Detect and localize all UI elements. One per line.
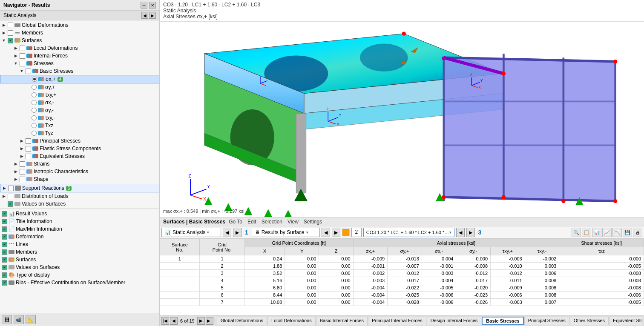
checkbox-values-on-surfaces2[interactable]: ✓ (2, 265, 7, 270)
nav-prev-btn[interactable]: ◀ (170, 317, 178, 325)
checkbox-surfaces2[interactable]: ✓ (2, 257, 7, 263)
surface-next-btn[interactable]: ▶ (332, 228, 340, 237)
tab-global-deformations[interactable]: Global Deformations (217, 317, 267, 325)
tree-item-support-reactions[interactable]: ▶ Support Reactions 5 (0, 184, 159, 192)
checkbox-stresses[interactable] (20, 61, 25, 66)
checkbox-strains[interactable] (20, 161, 25, 167)
tree-item-ribs[interactable]: ✓ Ribs - Effective Contribution on Surfa… (0, 279, 159, 286)
tab-local-deformations[interactable]: Local Deformations (267, 317, 316, 325)
radio-tyz[interactable] (32, 131, 37, 136)
tab-basic-stresses[interactable]: Basic Stresses (482, 317, 523, 325)
radio-txz[interactable] (32, 123, 37, 128)
tree-item-shape[interactable]: ▶ Shape (0, 175, 159, 183)
checkbox-shape[interactable] (20, 177, 25, 182)
radio-sigma-x-plus[interactable] (32, 77, 37, 82)
tree-item-values-on-surfaces[interactable]: ✓ Values on Surfaces (0, 200, 159, 208)
tree-item-surfaces2[interactable]: ✓ Surfaces (0, 256, 159, 263)
tab-basic-internal-forces[interactable]: Basic Internal Forces (316, 317, 368, 325)
combo-prev-btn[interactable]: ◀ (456, 228, 465, 237)
checkbox-deformation[interactable]: ✓ (2, 234, 7, 240)
menu-view[interactable]: View (288, 219, 299, 225)
minimize-button[interactable]: ─ (141, 2, 147, 9)
tree-item-strains[interactable]: ▶ Strains (0, 160, 159, 168)
tree-item-tau-xy-plus[interactable]: τxy,+ (0, 91, 159, 99)
checkbox-internal-forces[interactable] (20, 53, 25, 59)
tree-item-tau-xy-minus[interactable]: τxy,- (0, 114, 159, 122)
tree-item-maxmin-info[interactable]: ✓ 📄 Max/Min Information (0, 225, 159, 233)
tree-item-sigma-y-minus[interactable]: σy,- (0, 106, 159, 114)
sa-prev-button[interactable]: ◀ (141, 12, 148, 19)
checkbox-isotropic[interactable] (20, 169, 25, 174)
checkbox-principal-stresses[interactable] (26, 138, 31, 144)
analysis-next-btn[interactable]: ▶ (233, 228, 242, 237)
tree-item-surfaces[interactable]: ▼ ✓ Surfaces (0, 37, 159, 44)
menu-goto[interactable]: Go To (229, 219, 242, 225)
tab-principal-stresses[interactable]: Principal Stresses (524, 317, 569, 325)
tree-item-equivalent-stresses[interactable]: ▶ Equivalent Stresses (0, 152, 159, 160)
tree-item-type-of-display[interactable]: ✓ 🎨 Type of display (0, 271, 159, 279)
tab-principal-internal-forces[interactable]: Principal Internal Forces (368, 317, 426, 325)
tree-item-title-info[interactable]: ✓ 📄 Title Information (0, 217, 159, 225)
tool-icon-6[interactable]: 💾 (623, 228, 632, 237)
surface-prev-btn[interactable]: ◀ (322, 228, 330, 237)
tab-other-stresses[interactable]: Other Stresses (570, 317, 609, 325)
bottom-btn-1[interactable]: 🖼 (2, 315, 12, 324)
expand-icon[interactable]: ▶ (13, 53, 19, 59)
tool-icon-3[interactable]: 📊 (592, 228, 601, 237)
checkbox-ribs[interactable]: ✓ (2, 280, 7, 286)
tool-icon-7[interactable]: 🖨 (633, 228, 642, 237)
tree-item-sigma-x-minus[interactable]: σx,- (0, 99, 159, 106)
combo-dropdown[interactable]: CO3 1.20 * LC1 + 1.60 * LC2 + 1.60 * … ▾ (363, 228, 454, 237)
radio-tau-xy-plus[interactable] (32, 92, 37, 97)
checkbox-members[interactable] (8, 30, 13, 36)
expand-icon[interactable]: ▶ (1, 193, 7, 199)
results-by-surface-dropdown[interactable]: 🖥 Results by Surface ▾ (252, 228, 320, 237)
checkbox-local-def[interactable] (20, 46, 25, 51)
checkbox-result-values[interactable]: ✓ (2, 211, 7, 217)
expand-basic-stresses-icon[interactable]: ▼ (19, 68, 25, 74)
checkbox-maxmin-info[interactable]: ✓ (2, 226, 7, 232)
bottom-btn-3[interactable]: 📐 (26, 315, 36, 324)
menu-selection[interactable]: Selection (262, 219, 282, 225)
checkbox-basic-stresses[interactable] (26, 69, 31, 74)
tab-equivalent-stresses---von-mises[interactable]: Equivalent Stresses - von Mises (609, 317, 642, 325)
checkbox-elastic-stress[interactable] (26, 146, 31, 152)
tree-item-isotropic[interactable]: ▶ Isotropic Characteristics (0, 168, 159, 175)
expand-icon[interactable]: ▶ (13, 176, 19, 182)
tree-item-tyz[interactable]: Tyz (0, 129, 159, 137)
tree-item-distribution-of-loads[interactable]: ▶ Distribution of Loads (0, 192, 159, 200)
nav-first-btn[interactable]: |◀ (161, 317, 169, 325)
expand-icon[interactable]: ▶ (19, 146, 25, 152)
tree-item-members2[interactable]: ✓ Members (0, 248, 159, 256)
checkbox-type-of-display[interactable]: ✓ (2, 272, 7, 278)
tree-item-internal-forces[interactable]: ▶ Internal Forces (0, 52, 159, 60)
tool-icon-1[interactable]: 🔍 (572, 228, 581, 237)
tree-item-sigma-y-plus[interactable]: σy,+ (0, 83, 159, 91)
close-panel-button[interactable]: ✕ (149, 2, 156, 9)
nav-next-btn[interactable]: ▶ (197, 317, 205, 325)
expand-icon[interactable]: ▶ (13, 161, 19, 167)
expand-icon[interactable]: ▶ (13, 45, 19, 51)
tree-item-global-deformations[interactable]: ▶ Global Deformations (0, 21, 159, 29)
checkbox-distribution-of-loads[interactable] (8, 194, 13, 199)
tree-item-basic-stresses[interactable]: ▼ Basic Stresses (0, 67, 159, 75)
menu-edit[interactable]: Edit (247, 219, 256, 225)
checkbox-members2[interactable]: ✓ (2, 249, 7, 255)
expand-icon[interactable] (1, 201, 7, 207)
expand-icon[interactable]: ▶ (1, 22, 7, 28)
combo-next-btn[interactable]: ▶ (466, 228, 475, 237)
tree-item-members[interactable]: ▶ Members (0, 29, 159, 37)
checkbox-support-reactions[interactable] (8, 186, 14, 191)
radio-sigma-y-plus[interactable] (32, 85, 37, 90)
expand-icon[interactable]: ▶ (13, 169, 19, 174)
tree-item-principal-stresses[interactable]: ▶ Principal Stresses (0, 137, 159, 145)
checkbox-equivalent-stresses[interactable] (26, 154, 31, 159)
tree-item-lines[interactable]: ✓ 〰 Lines (0, 240, 159, 248)
tree-item-values-on-surfaces2[interactable]: ✓ Values on Surfaces (0, 263, 159, 271)
tab-design-internal-forces[interactable]: Design Internal Forces (427, 317, 482, 325)
analysis-prev-btn[interactable]: ◀ (223, 228, 231, 237)
tree-item-local-deformations[interactable]: ▶ Local Deformations (0, 44, 159, 52)
checkbox-surfaces[interactable]: ✓ (8, 38, 13, 43)
tree-item-sigma-x-plus[interactable]: σx,+ 4 (0, 75, 159, 83)
tool-icon-4[interactable]: 📈 (602, 228, 612, 237)
